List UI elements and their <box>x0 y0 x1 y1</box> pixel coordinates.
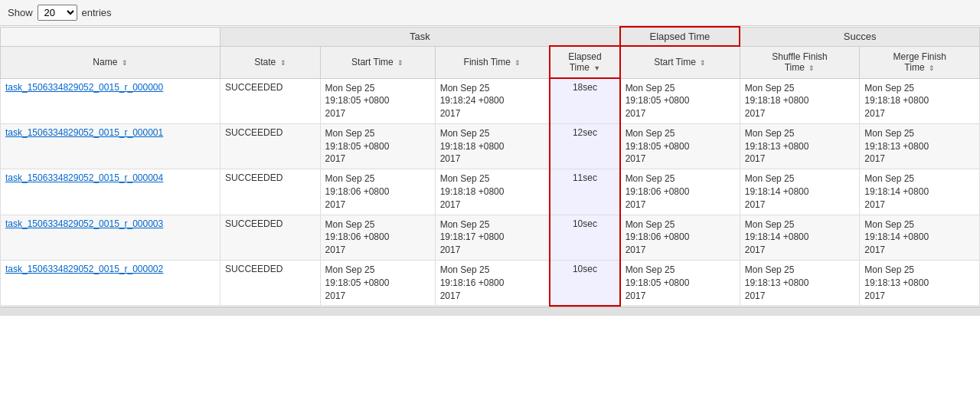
top-bar: Show 20 10 50 100 entries <box>0 0 980 26</box>
group-success: Succes <box>740 27 979 46</box>
table-body: task_1506334829052_0015_r_000000SUCCEEDE… <box>1 78 980 306</box>
cell-state: SUCCEEDED <box>220 123 321 169</box>
col-name-label: Name <box>93 57 117 67</box>
cell-name: task_1506334829052_0015_r_000001 <box>1 123 220 169</box>
cell-state: SUCCEEDED <box>220 78 321 123</box>
cell-start2: Mon Sep 25 19:18:05 +0800 2017 <box>620 261 740 306</box>
table-container: Task Elapsed Time Succes Name ⇕ State ⇕ … <box>0 26 980 316</box>
table-row: task_1506334829052_0015_r_000003SUCCEEDE… <box>1 215 980 260</box>
task-name-link[interactable]: task_1506334829052_0015_r_000001 <box>5 127 163 138</box>
cell-start1: Mon Sep 25 19:18:05 +0800 2017 <box>320 123 435 169</box>
col-header-name[interactable]: Name ⇕ <box>1 46 220 78</box>
cell-elapsed: 10sec <box>550 215 619 260</box>
sort-name-icon[interactable]: ⇕ <box>122 59 128 67</box>
table-row: task_1506334829052_0015_r_000004SUCCEEDE… <box>1 169 980 215</box>
col-finish1-label: Finish Time <box>464 57 511 67</box>
cell-merge: Mon Sep 25 19:18:14 +0800 2017 <box>860 215 980 260</box>
sort-start1-icon[interactable]: ⇕ <box>397 59 403 67</box>
col-shuffle-label: Shuffle FinishTime <box>772 51 828 73</box>
cell-shuffle: Mon Sep 25 19:18:14 +0800 2017 <box>740 169 860 215</box>
cell-elapsed: 10sec <box>550 261 619 306</box>
sort-merge-icon[interactable]: ⇕ <box>929 64 935 72</box>
cell-shuffle: Mon Sep 25 19:18:14 +0800 2017 <box>740 215 860 260</box>
cell-merge: Mon Sep 25 19:18:14 +0800 2017 <box>860 169 980 215</box>
cell-state: SUCCEEDED <box>220 215 321 260</box>
cell-name: task_1506334829052_0015_r_000003 <box>1 215 220 260</box>
task-name-link[interactable]: task_1506334829052_0015_r_000000 <box>5 82 163 93</box>
cell-start2: Mon Sep 25 19:18:06 +0800 2017 <box>620 169 740 215</box>
task-name-link[interactable]: task_1506334829052_0015_r_000002 <box>5 264 163 274</box>
sort-elapsed-icon[interactable]: ▼ <box>593 64 600 72</box>
cell-finish1: Mon Sep 25 19:18:17 +0800 2017 <box>435 215 550 260</box>
cell-merge: Mon Sep 25 19:18:13 +0800 2017 <box>860 261 980 306</box>
col-header-elapsed[interactable]: ElapsedTime ▼ <box>550 46 619 78</box>
table-row: task_1506334829052_0015_r_000001SUCCEEDE… <box>1 123 980 169</box>
col-header-row: Name ⇕ State ⇕ Start Time ⇕ Finish Time … <box>1 46 980 78</box>
cell-start2: Mon Sep 25 19:18:05 +0800 2017 <box>620 123 740 169</box>
col-header-shuffle[interactable]: Shuffle FinishTime ⇕ <box>740 46 860 78</box>
entries-select[interactable]: 20 10 50 100 <box>38 5 77 21</box>
cell-finish1: Mon Sep 25 19:18:18 +0800 2017 <box>435 123 550 169</box>
table-row: task_1506334829052_0015_r_000000SUCCEEDE… <box>1 78 980 123</box>
group-elapsed: Elapsed Time <box>620 27 740 46</box>
col-header-finish1[interactable]: Finish Time ⇕ <box>435 46 550 78</box>
col-header-merge[interactable]: Merge FinishTime ⇕ <box>860 46 980 78</box>
cell-elapsed: 18sec <box>550 78 619 123</box>
col-header-start1[interactable]: Start Time ⇕ <box>320 46 435 78</box>
sort-shuffle-icon[interactable]: ⇕ <box>808 64 815 72</box>
group-header-row: Task Elapsed Time Succes <box>1 27 980 46</box>
main-table: Task Elapsed Time Succes Name ⇕ State ⇕ … <box>0 26 980 307</box>
cell-shuffle: Mon Sep 25 19:18:13 +0800 2017 <box>740 123 860 169</box>
cell-start1: Mon Sep 25 19:18:06 +0800 2017 <box>320 215 435 260</box>
table-row: task_1506334829052_0015_r_000002SUCCEEDE… <box>1 261 980 306</box>
cell-elapsed: 12sec <box>550 123 619 169</box>
cell-finish1: Mon Sep 25 19:18:16 +0800 2017 <box>435 261 550 306</box>
cell-merge: Mon Sep 25 19:18:13 +0800 2017 <box>860 123 980 169</box>
cell-finish1: Mon Sep 25 19:18:24 +0800 2017 <box>435 78 550 123</box>
show-label: Show <box>8 7 33 18</box>
col-header-start2[interactable]: Start Time ⇕ <box>620 46 740 78</box>
cell-merge: Mon Sep 25 19:18:18 +0800 2017 <box>860 78 980 123</box>
task-name-link[interactable]: task_1506334829052_0015_r_000004 <box>5 172 163 183</box>
sort-state-icon[interactable]: ⇕ <box>280 59 286 67</box>
cell-start1: Mon Sep 25 19:18:06 +0800 2017 <box>320 169 435 215</box>
horizontal-scrollbar[interactable] <box>0 307 980 316</box>
col-merge-label: Merge FinishTime <box>893 51 946 73</box>
cell-name: task_1506334829052_0015_r_000000 <box>1 78 220 123</box>
cell-name: task_1506334829052_0015_r_000002 <box>1 261 220 306</box>
entries-label: entries <box>82 7 112 18</box>
col-start2-label: Start Time <box>654 57 696 67</box>
cell-shuffle: Mon Sep 25 19:18:13 +0800 2017 <box>740 261 860 306</box>
sort-finish1-icon[interactable]: ⇕ <box>514 59 521 67</box>
cell-start1: Mon Sep 25 19:18:05 +0800 2017 <box>320 261 435 306</box>
cell-start2: Mon Sep 25 19:18:05 +0800 2017 <box>620 78 740 123</box>
group-empty <box>1 27 220 46</box>
col-header-state[interactable]: State ⇕ <box>220 46 321 78</box>
cell-state: SUCCEEDED <box>220 169 321 215</box>
cell-start2: Mon Sep 25 19:18:06 +0800 2017 <box>620 215 740 260</box>
cell-elapsed: 11sec <box>550 169 619 215</box>
cell-finish1: Mon Sep 25 19:18:18 +0800 2017 <box>435 169 550 215</box>
sort-start2-icon[interactable]: ⇕ <box>700 59 706 67</box>
col-start1-label: Start Time <box>351 57 394 67</box>
cell-name: task_1506334829052_0015_r_000004 <box>1 169 220 215</box>
col-state-label: State <box>254 57 276 67</box>
cell-state: SUCCEEDED <box>220 261 321 306</box>
group-task: Task <box>220 27 620 46</box>
task-name-link[interactable]: task_1506334829052_0015_r_000003 <box>5 218 163 229</box>
cell-shuffle: Mon Sep 25 19:18:18 +0800 2017 <box>740 78 860 123</box>
cell-start1: Mon Sep 25 19:18:05 +0800 2017 <box>320 78 435 123</box>
